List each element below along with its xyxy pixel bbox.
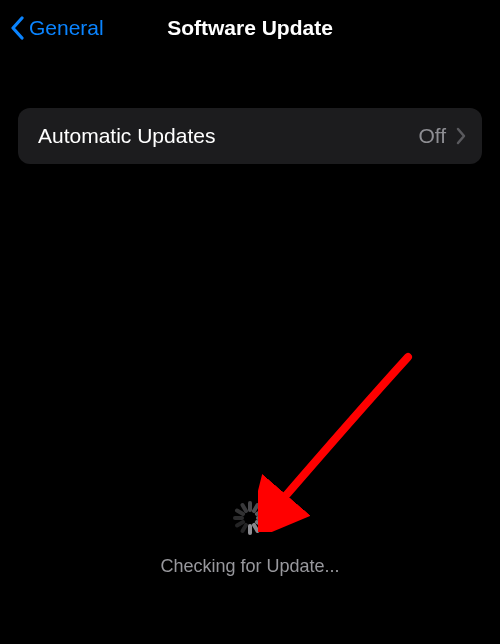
back-label: General <box>29 16 104 40</box>
loading-status: Checking for Update... <box>0 498 500 577</box>
spinner-icon <box>230 498 270 538</box>
content-area: Automatic Updates Off <box>0 56 500 164</box>
automatic-updates-row[interactable]: Automatic Updates Off <box>18 108 482 164</box>
back-button[interactable]: General <box>10 16 104 40</box>
loading-label: Checking for Update... <box>160 556 339 577</box>
navigation-bar: General Software Update <box>0 0 500 56</box>
chevron-right-icon <box>456 127 466 145</box>
automatic-updates-label: Automatic Updates <box>38 124 418 148</box>
automatic-updates-value: Off <box>418 124 446 148</box>
chevron-left-icon <box>10 16 24 40</box>
